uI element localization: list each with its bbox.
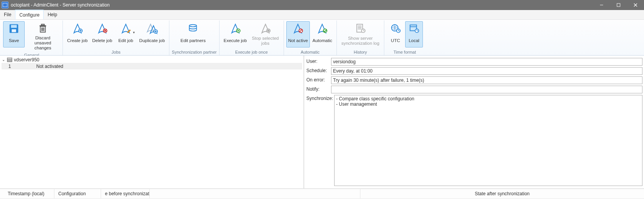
- execute-job-icon: [229, 22, 242, 35]
- show-log-button: Show server synchronization log: [339, 21, 382, 47]
- svg-point-23: [236, 29, 240, 32]
- stop-jobs-button: Stop selected jobs: [250, 21, 281, 47]
- svg-point-28: [323, 29, 327, 32]
- svg-line-2: [634, 3, 637, 7]
- stop-jobs-label: Stop selected jobs: [252, 36, 279, 46]
- minimize-icon: [600, 3, 603, 7]
- svg-rect-46: [7, 59, 12, 61]
- job-tree-pane[interactable]: ⌄ vdserver950 1 Not activated: [0, 56, 304, 188]
- ribbon-group-jobs: Create job Delete job Edit job ▼ Duplic: [63, 20, 169, 55]
- discard-button[interactable]: Discard unsaved changes: [25, 21, 60, 52]
- col-state-after[interactable]: State after synchronization: [360, 189, 644, 198]
- discard-label: Discard unsaved changes: [27, 36, 58, 51]
- value-synchronize[interactable]: - Compare class specific configuration -…: [334, 95, 642, 186]
- stop-jobs-icon: [259, 22, 272, 35]
- col-timestamp[interactable]: Timestamp (local): [4, 189, 54, 198]
- execute-job-button[interactable]: Execute job: [222, 21, 249, 47]
- label-synchronize: Synchronize:: [306, 95, 334, 186]
- menu-bar: File Configure Help: [0, 10, 644, 20]
- not-active-icon: [291, 22, 304, 35]
- menu-help[interactable]: Help: [44, 10, 61, 19]
- tree-job-status: Not activated: [18, 64, 63, 69]
- local-button[interactable]: Local: [405, 21, 423, 47]
- label-user: User:: [306, 58, 331, 66]
- value-notify[interactable]: [331, 86, 642, 93]
- globe-clock-icon: [389, 22, 402, 35]
- svg-rect-25: [267, 30, 269, 32]
- group-label-partner: Synchronization partner: [172, 49, 216, 55]
- edit-job-label: Edit job: [118, 36, 133, 46]
- tree-server-label: vdserver950: [14, 57, 39, 63]
- group-label-automatic: Automatic: [286, 49, 334, 55]
- svg-point-16: [103, 29, 107, 32]
- utc-label: UTC: [391, 36, 400, 46]
- ribbon-group-automatic: Not active Automatic Automatic: [284, 20, 337, 55]
- duplicate-job-button[interactable]: Duplicate job: [137, 21, 167, 47]
- svg-point-42: [415, 29, 419, 32]
- not-active-button[interactable]: Not active: [286, 21, 310, 47]
- col-configuration[interactable]: Configuration: [54, 189, 101, 198]
- create-job-label: Create job: [67, 36, 88, 46]
- tree-job-row[interactable]: 1 Not activated: [2, 63, 302, 69]
- calendar-clock-icon: [407, 22, 421, 35]
- ribbon-group-partner: Edit partners Synchronization partner: [169, 20, 219, 55]
- svg-point-22: [189, 25, 197, 27]
- svg-rect-7: [40, 26, 45, 32]
- svg-line-27: [299, 29, 303, 32]
- value-user[interactable]: versiondog: [331, 58, 642, 66]
- value-schedule[interactable]: Every day, at 01:00: [331, 67, 642, 75]
- svg-rect-29: [357, 24, 363, 32]
- delete-job-button[interactable]: Delete job: [90, 21, 114, 47]
- results-grid-body[interactable]: [0, 199, 644, 213]
- svg-rect-40: [410, 25, 417, 31]
- edit-partners-button[interactable]: Edit partners: [172, 21, 214, 47]
- menu-configure[interactable]: Configure: [15, 10, 44, 19]
- body: ⌄ vdserver950 1 Not activated User: vers…: [0, 56, 644, 189]
- automatic-button[interactable]: Automatic: [311, 21, 334, 47]
- svg-rect-12: [41, 24, 44, 25]
- window-close-button[interactable]: [627, 0, 644, 10]
- label-schedule: Schedule:: [306, 67, 331, 75]
- maximize-icon: [617, 3, 620, 7]
- show-log-label: Show server synchronization log: [341, 36, 380, 46]
- svg-point-24: [266, 29, 270, 32]
- server-icon: [7, 57, 12, 62]
- delete-job-label: Delete job: [92, 36, 112, 46]
- col-state-before[interactable]: e before synchronizat: [101, 189, 150, 198]
- group-label-jobs: Jobs: [65, 49, 167, 55]
- svg-point-13: [78, 29, 82, 32]
- group-label-timeformat: Time format: [387, 49, 423, 55]
- tree-server-node[interactable]: ⌄ vdserver950: [2, 56, 302, 63]
- utc-button[interactable]: UTC: [387, 21, 404, 47]
- edit-job-button[interactable]: Edit job ▼: [115, 21, 137, 47]
- group-label-execute: Execute job once: [222, 49, 281, 55]
- svg-point-26: [299, 29, 303, 32]
- title-bar: octoplant - AdminClient - Server synchro…: [0, 0, 644, 10]
- ribbon-group-timeformat: UTC Local Time format: [384, 20, 425, 55]
- value-onerror[interactable]: Try again 30 minute(s) after failure, 1 …: [331, 76, 642, 84]
- ribbon: Save Discard unsaved changes General Cre…: [0, 20, 644, 56]
- svg-point-19: [154, 30, 157, 33]
- svg-line-44: [417, 31, 418, 31]
- svg-rect-11: [40, 25, 46, 27]
- menu-file[interactable]: File: [0, 10, 15, 19]
- svg-line-17: [104, 30, 106, 32]
- svg-line-35: [363, 31, 364, 31]
- chevron-down-icon: ▼: [132, 31, 135, 34]
- create-job-button[interactable]: Create job: [65, 21, 90, 47]
- svg-rect-45: [7, 58, 12, 59]
- svg-line-18: [104, 30, 106, 32]
- chevron-down-icon: ⌄: [2, 57, 5, 62]
- create-job-icon: [71, 22, 84, 35]
- group-label-history: History: [339, 49, 382, 55]
- save-button[interactable]: Save: [3, 21, 25, 47]
- svg-line-39: [398, 31, 399, 31]
- not-active-label: Not active: [288, 36, 308, 46]
- window-title: octoplant - AdminClient - Server synchro…: [11, 2, 110, 8]
- job-detail-pane: User: versiondog Schedule: Every day, at…: [304, 56, 644, 188]
- automatic-icon: [316, 22, 329, 35]
- window-minimize-button[interactable]: [593, 0, 610, 10]
- duplicate-job-label: Duplicate job: [139, 36, 165, 46]
- local-label: Local: [409, 36, 419, 46]
- window-maximize-button[interactable]: [610, 0, 627, 10]
